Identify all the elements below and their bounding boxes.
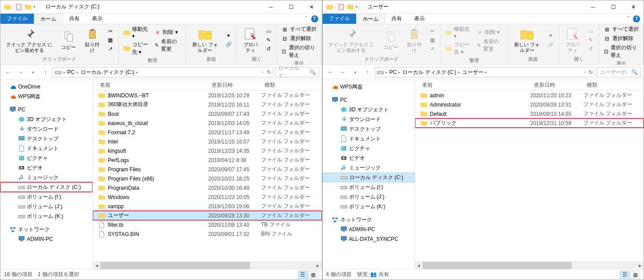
close-button[interactable]: ✕ xyxy=(302,0,322,14)
file-row[interactable]: Intel 2019/11/20 16:07 ファイル フォルダー xyxy=(93,137,322,146)
delete-button[interactable]: ✕削除 ▾ xyxy=(152,28,183,37)
file-row[interactable]: admin 2020/11/20 10:23 ファイル フォルダー xyxy=(415,91,644,100)
select-all-button[interactable]: ⊞すべて選択 xyxy=(280,25,318,33)
file-list[interactable]: $WINDOWS.~BT 2019/12/25 10:29 ファイル フォルダー… xyxy=(93,91,322,262)
file-row[interactable]: Boot 2020/09/07 17:43 ファイル フォルダー xyxy=(93,109,322,118)
tree-item[interactable]: ビデオ xyxy=(0,163,92,173)
tree-item[interactable]: ピクチャ xyxy=(0,153,92,163)
icons-view-button[interactable]: ▦ xyxy=(630,271,640,279)
tree-item[interactable]: ローカル ディスク (C:) xyxy=(0,182,92,192)
paste-shortcut-button[interactable]: ↗ xyxy=(105,45,116,53)
dropdown-icon[interactable]: ⌄ xyxy=(583,69,587,75)
file-row[interactable]: $WINDOWS.~BT 2019/12/25 10:29 ファイル フォルダー xyxy=(93,91,322,100)
details-view-button[interactable]: ☰ xyxy=(298,271,308,279)
properties-icon[interactable] xyxy=(338,4,345,11)
details-view-button[interactable]: ☰ xyxy=(620,271,629,279)
tree-item[interactable]: ミュージック xyxy=(0,173,92,182)
tree-item[interactable]: ボリューム (K:) xyxy=(323,202,415,211)
cut-button[interactable]: ✂ xyxy=(427,27,438,35)
qat-dropdown[interactable]: ▾ xyxy=(356,5,357,9)
tree-item[interactable]: 3D オブジェクト xyxy=(323,105,415,114)
tree-item[interactable]: ローカル ディスク (C:) xyxy=(323,173,415,182)
address-box[interactable]: ▸ PC▸ローカル ディスク (C:)▸ユーザー▸ ⌄↻ xyxy=(375,67,596,77)
tree-item[interactable]: ADMIN-PC xyxy=(0,234,92,244)
tree-item[interactable]: ボリューム (J:) xyxy=(323,192,415,202)
rename-button[interactable]: ✎名前の変更 xyxy=(475,37,505,53)
move-to-button[interactable]: 移動先 ▾ xyxy=(121,25,151,40)
file-row[interactable]: Foxmail 7.2 2020/11/17 13:49 ファイル フォルダー xyxy=(93,128,322,137)
tree-item[interactable]: ボリューム (I:) xyxy=(323,182,415,192)
tab-home[interactable]: ホーム xyxy=(356,14,385,24)
up-button[interactable]: ↑ xyxy=(40,67,51,77)
tree-item[interactable]: ダウンロード xyxy=(0,124,92,134)
paste-button[interactable]: 貼り付け xyxy=(403,26,425,54)
ribbon-collapse[interactable]: ˆ xyxy=(306,16,308,22)
invert-selection-button[interactable]: ⊡選択の切り替え xyxy=(602,44,640,59)
copy-button[interactable]: コピー xyxy=(58,29,80,51)
tree-item[interactable]: PC xyxy=(0,105,92,114)
column-date[interactable]: 更新日時 xyxy=(208,81,261,89)
tree-item[interactable]: ボリューム (I:) xyxy=(0,192,92,202)
file-row[interactable]: ユーザー 2020/09/28 13:30 ファイル フォルダー xyxy=(93,211,322,220)
select-none-button[interactable]: ⊟選択解除 xyxy=(602,34,640,43)
tree-item[interactable]: ボリューム (J:) xyxy=(0,202,92,211)
maximize-button[interactable]: ☐ xyxy=(603,0,623,14)
easy-access-button[interactable]: 🔗 xyxy=(223,41,234,48)
ribbon-collapse[interactable]: ˆ xyxy=(628,16,629,22)
select-all-button[interactable]: ⊞すべて選択 xyxy=(602,25,640,33)
maximize-button[interactable]: ☐ xyxy=(281,0,302,14)
search-input[interactable]: ローカル デ...🔍 xyxy=(275,67,319,77)
tab-view[interactable]: 表示 xyxy=(408,14,431,24)
qat-dropdown[interactable]: ▾ xyxy=(33,5,35,9)
tree-item[interactable]: ビデオ xyxy=(323,153,415,163)
history-button[interactable]: ↺ xyxy=(585,45,596,53)
history-button[interactable]: ↺ xyxy=(263,45,274,53)
tree-item[interactable]: デスクトップ xyxy=(323,124,415,134)
tree-item[interactable]: ダウンロード xyxy=(323,114,415,124)
scroll-thumb[interactable] xyxy=(100,262,250,269)
breadcrumb-segment[interactable]: ユーザー xyxy=(462,69,483,76)
pin-button[interactable]: クイック アクセス にピン留めする xyxy=(3,26,56,54)
new-item-button[interactable]: ✦ xyxy=(545,32,556,40)
copy-path-button[interactable]: ▦ xyxy=(105,36,116,44)
invert-selection-button[interactable]: ⊡選択の切り替え xyxy=(280,44,318,59)
file-list[interactable]: admin 2020/11/20 10:23 ファイル フォルダー Admini… xyxy=(415,91,644,262)
scroll-track[interactable] xyxy=(100,262,314,269)
folder-icon[interactable] xyxy=(347,4,354,11)
paste-shortcut-button[interactable]: ↗ xyxy=(427,45,438,53)
refresh-button[interactable]: ↻ xyxy=(589,69,593,75)
minimize-button[interactable]: ─ xyxy=(583,0,603,14)
scroll-left-button[interactable]: ◂ xyxy=(93,262,100,269)
file-row[interactable]: PerfLogs 2018/04/12 8:38 ファイル フォルダー xyxy=(93,155,322,165)
tree-item[interactable]: WPS网盘 xyxy=(323,82,415,92)
breadcrumb-segment[interactable]: ローカル ディスク (C:) xyxy=(81,69,135,76)
copy-to-button[interactable]: コピー先 ▾ xyxy=(121,41,151,56)
icons-view-button[interactable]: ▦ xyxy=(309,271,318,279)
pin-button[interactable]: クイック アクセス にピン留めする xyxy=(325,26,378,54)
tab-view[interactable]: 表示 xyxy=(86,14,109,24)
tree-item[interactable]: ADMIN-PC xyxy=(323,225,415,234)
tree-item[interactable]: WPS网盘 xyxy=(0,92,92,101)
column-type[interactable]: 種類 xyxy=(261,81,314,89)
scroll-thumb[interactable] xyxy=(423,262,572,269)
tree-item[interactable]: ドキュメント xyxy=(0,144,92,153)
tree-item[interactable]: ネットワーク xyxy=(0,225,92,234)
tab-share[interactable]: 共有 xyxy=(385,14,408,24)
edit-button[interactable]: ✎ xyxy=(585,36,596,44)
breadcrumb-segment[interactable]: PC xyxy=(390,69,397,75)
file-row[interactable]: easeus_tb_cloud 2019/12/03 14:05 ファイル フォ… xyxy=(93,118,322,128)
recent-button[interactable]: ▾ xyxy=(28,67,38,77)
help-icon[interactable]: ? xyxy=(311,15,318,22)
properties-icon[interactable] xyxy=(16,4,23,11)
file-row[interactable]: Administrator 2020/09/28 13:31 ファイル フォルダ… xyxy=(415,100,644,109)
tree-item[interactable]: デスクトップ xyxy=(0,134,92,144)
tree-item[interactable]: ボリューム (K:) xyxy=(0,211,92,221)
horizontal-scrollbar[interactable]: ◂ ▸ xyxy=(415,262,644,269)
recent-button[interactable]: ▾ xyxy=(350,67,361,77)
tree-item[interactable]: ピクチャ xyxy=(323,144,415,153)
select-none-button[interactable]: ⊟選択解除 xyxy=(280,34,318,43)
scroll-left-button[interactable]: ◂ xyxy=(415,262,423,269)
tree-item[interactable]: ミュージック xyxy=(323,163,415,173)
address-box[interactable]: ▸ PC▸ローカル ディスク (C:)▸ ⌄↻ xyxy=(52,67,273,77)
file-row[interactable]: SYSTAG.BIN 2020/09/01 17:32 BIN ファイル xyxy=(93,229,322,239)
